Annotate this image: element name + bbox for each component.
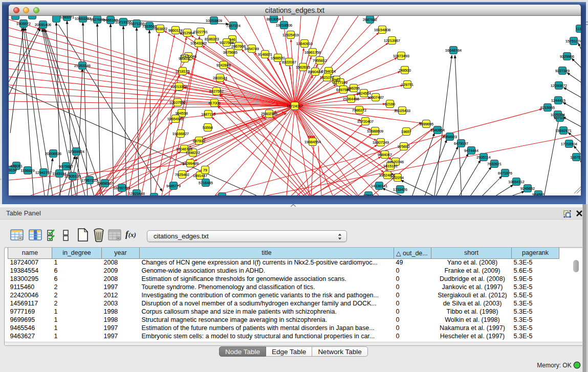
svg-text:6794024: 6794024	[321, 69, 336, 74]
svg-text:12213967: 12213967	[384, 38, 400, 43]
svg-text:9684067: 9684067	[378, 152, 392, 157]
svg-text:10958107: 10958107	[97, 181, 113, 186]
svg-text:20691406: 20691406	[35, 23, 51, 27]
svg-text:21053346: 21053346	[74, 63, 91, 68]
svg-text:8454749: 8454749	[245, 47, 259, 51]
svg-text:9329966: 9329966	[560, 54, 574, 59]
svg-text:18807249: 18807249	[373, 140, 389, 145]
svg-text:15751074: 15751074	[565, 39, 581, 43]
svg-text:1687110: 1687110	[201, 112, 215, 117]
svg-text:17957225: 17957225	[81, 178, 98, 183]
svg-text:19654942: 19654942	[167, 117, 184, 121]
svg-text:129234: 129234	[148, 195, 160, 196]
svg-text:9245652: 9245652	[520, 186, 535, 191]
svg-text:2803144: 2803144	[213, 76, 227, 80]
svg-text:8322037: 8322037	[282, 60, 296, 64]
svg-text:21364456: 21364456	[343, 97, 359, 101]
svg-text:116753: 116753	[570, 155, 581, 160]
svg-text:25302185: 25302185	[261, 112, 277, 116]
svg-text:8186323: 8186323	[205, 37, 219, 41]
svg-text:1244415: 1244415	[551, 98, 565, 103]
svg-text:7986372: 7986372	[352, 108, 366, 113]
svg-text:6479197: 6479197	[454, 141, 468, 146]
svg-text:12093872: 12093872	[551, 83, 567, 88]
svg-text:1112: 1112	[576, 27, 581, 31]
svg-text:15692971: 15692971	[555, 128, 572, 133]
svg-text:8471676: 8471676	[498, 171, 512, 176]
svg-text:8813054: 8813054	[267, 17, 281, 21]
svg-text:10543382: 10543382	[190, 41, 207, 46]
svg-text:16648784: 16648784	[445, 48, 462, 53]
svg-text:19384554: 19384554	[304, 140, 321, 144]
svg-text:1562615: 1562615	[296, 65, 310, 70]
svg-text:7625402: 7625402	[175, 172, 189, 177]
svg-text:12505135: 12505135	[64, 174, 81, 179]
svg-text:994518: 994518	[176, 111, 188, 116]
svg-text:748500: 748500	[399, 68, 411, 73]
svg-text:12942757: 12942757	[35, 170, 52, 175]
svg-text:1527602: 1527602	[90, 17, 104, 22]
svg-text:1615152: 1615152	[383, 164, 398, 168]
svg-text:19166827: 19166827	[172, 132, 189, 136]
svg-text:3675685: 3675685	[223, 50, 237, 55]
svg-text:6497568: 6497568	[336, 87, 351, 92]
svg-text:1498222: 1498222	[186, 150, 200, 155]
svg-text:9146821: 9146821	[258, 52, 272, 57]
svg-text:1905572: 1905572	[16, 21, 31, 26]
svg-text:10107552: 10107552	[169, 100, 186, 105]
svg-text:417006: 417006	[208, 101, 221, 105]
svg-text:16154808: 16154808	[374, 28, 390, 32]
svg-text:53594: 53594	[203, 125, 213, 130]
svg-text:9485779: 9485779	[166, 184, 181, 188]
svg-text:14136141: 14136141	[371, 184, 387, 188]
svg-text:129751: 129751	[401, 82, 413, 87]
svg-text:1640954: 1640954	[430, 128, 445, 133]
svg-text:9699695: 9699695	[419, 122, 433, 126]
svg-text:10654112: 10654112	[508, 180, 524, 184]
svg-text:62160: 62160	[385, 102, 395, 106]
svg-text:10053809: 10053809	[206, 18, 222, 23]
svg-text:9242848: 9242848	[216, 63, 231, 68]
svg-text:2935114: 2935114	[476, 155, 490, 160]
svg-text:8990448: 8990448	[308, 70, 322, 74]
svg-text:18724007: 18724007	[287, 104, 303, 108]
svg-text:10653257: 10653257	[75, 16, 91, 21]
svg-text:8215955: 8215955	[540, 105, 555, 110]
svg-text:10688609: 10688609	[367, 129, 383, 134]
svg-text:8912954: 8912954	[180, 31, 194, 35]
svg-text:12923448: 12923448	[128, 191, 145, 196]
svg-text:8958923: 8958923	[443, 135, 457, 139]
svg-text:10807487: 10807487	[367, 95, 384, 100]
svg-text:12325419: 12325419	[282, 33, 299, 37]
svg-text:2322751: 2322751	[193, 30, 208, 34]
svg-text:7632621: 7632621	[487, 162, 502, 166]
svg-text:9975887: 9975887	[59, 164, 73, 169]
svg-text:10973493: 10973493	[393, 54, 409, 58]
svg-text:12213369: 12213369	[171, 84, 187, 89]
svg-text:9777169: 9777169	[333, 80, 347, 85]
svg-text:1093371: 1093371	[60, 16, 74, 19]
svg-text:7357224: 7357224	[226, 24, 241, 28]
svg-text:975692: 975692	[398, 144, 410, 149]
svg-text:1156829: 1156829	[20, 168, 34, 173]
svg-text:20206536: 20206536	[45, 151, 61, 156]
svg-text:79: 79	[203, 168, 207, 172]
svg-text:107100: 107100	[554, 116, 566, 120]
svg-text:5716485: 5716485	[199, 181, 213, 185]
svg-text:17359924: 17359924	[68, 149, 84, 154]
svg-text:9474444: 9474444	[464, 148, 478, 153]
svg-text:1691447: 1691447	[193, 173, 207, 178]
svg-text:989011: 989011	[179, 56, 190, 61]
svg-text:15720407: 15720407	[357, 119, 374, 124]
svg-text:97567: 97567	[363, 193, 374, 196]
svg-text:2687682: 2687682	[363, 17, 377, 22]
svg-text:7955812: 7955812	[313, 58, 327, 63]
svg-text:2718176: 2718176	[176, 69, 190, 74]
svg-text:14099489: 14099489	[182, 161, 199, 166]
svg-text:10025433: 10025433	[394, 108, 410, 113]
svg-text:17016504: 17016504	[561, 142, 577, 146]
svg-text:19657: 19657	[401, 129, 411, 134]
svg-text:9227349: 9227349	[555, 69, 570, 73]
svg-text:19218506: 19218506	[276, 23, 292, 28]
svg-text:571648: 571648	[216, 194, 228, 196]
